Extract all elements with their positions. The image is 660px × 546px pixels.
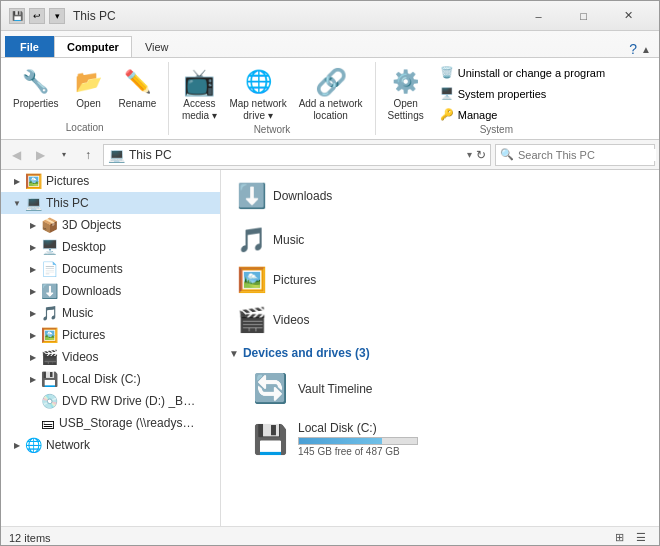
devices-section-header: ▼ Devices and drives (3) — [229, 346, 651, 360]
sidebar-item-network[interactable]: ▶ 🌐 Network — [1, 434, 220, 456]
collapse-ribbon-icon[interactable]: ▲ — [641, 44, 651, 55]
sidebar-item-downloads[interactable]: ▶ ⬇️ Downloads — [1, 280, 220, 302]
address-dropdown-icon[interactable]: ▾ — [467, 149, 472, 160]
sidebar: ▶ 🖼️ Pictures ▼ 💻 This PC ▶ 📦 3D Objects… — [1, 170, 221, 526]
vault-info: Vault Timeline — [298, 382, 643, 396]
properties-icon: 🔧 — [20, 66, 52, 98]
pictures-icon: 🖼️ — [41, 327, 58, 343]
ribbon: File Computer View ? ▲ 🔧 Properties 📂 Op… — [1, 31, 659, 140]
nav-arrows: ◀ ▶ ▾ ↑ — [5, 144, 99, 166]
sidebar-item-this-pc[interactable]: ▼ 💻 This PC — [1, 192, 220, 214]
devices-expand-icon[interactable]: ▼ — [229, 348, 239, 359]
tab-file[interactable]: File — [5, 36, 54, 57]
list-view-button[interactable]: ☰ — [631, 530, 651, 546]
videos-sidebar-label: Videos — [62, 350, 98, 364]
title-bar-controls: – □ ✕ — [516, 1, 651, 31]
rename-icon: ✏️ — [121, 66, 153, 98]
open-settings-button[interactable]: ⚙️ OpenSettings — [384, 64, 428, 124]
content-item-videos[interactable]: 🎬 Videos — [229, 302, 389, 338]
expand-pictures-top: ▶ — [9, 173, 25, 189]
tab-view[interactable]: View — [132, 36, 182, 57]
back-button[interactable]: ◀ — [5, 144, 27, 166]
up-button[interactable]: ↑ — [77, 144, 99, 166]
music-sidebar-label: Music — [62, 306, 93, 320]
uninstall-button[interactable]: 🗑️ Uninstall or change a program — [436, 64, 609, 81]
recent-locations-button[interactable]: ▾ — [53, 144, 75, 166]
network-label: Network — [46, 438, 90, 452]
manage-label: Manage — [458, 109, 498, 121]
grid-view-button[interactable]: ⊞ — [609, 530, 629, 546]
close-button[interactable]: ✕ — [606, 1, 651, 31]
expand-usb — [25, 415, 41, 431]
maximize-button[interactable]: □ — [561, 1, 606, 31]
map-network-label: Map networkdrive ▾ — [229, 98, 286, 122]
system-properties-button[interactable]: 🖥️ System properties — [436, 85, 609, 102]
sidebar-item-music[interactable]: ▶ 🎵 Music — [1, 302, 220, 324]
tab-computer[interactable]: Computer — [54, 36, 132, 57]
drive-bar-fill — [299, 438, 382, 444]
uninstall-icon: 🗑️ — [440, 66, 454, 79]
rename-button[interactable]: ✏️ Rename — [115, 64, 161, 112]
address-path: This PC — [129, 148, 463, 162]
title-bar: 💾 ↩ ▾ This PC – □ ✕ — [1, 1, 659, 31]
dropdown-icon[interactable]: ▾ — [49, 8, 65, 24]
system-properties-icon: 🖥️ — [440, 87, 454, 100]
expand-this-pc: ▼ — [9, 195, 25, 211]
content-item-pictures[interactable]: 🖼️ Pictures — [229, 262, 389, 298]
drive-bar-background — [298, 437, 418, 445]
access-media-label: Accessmedia ▾ — [182, 98, 217, 122]
pictures-content-icon: 🖼️ — [237, 266, 267, 294]
ribbon-group-location: 🔧 Properties 📂 Open ✏️ Rename Location — [1, 62, 169, 135]
pictures-top-icon: 🖼️ — [25, 173, 42, 189]
videos-content-label: Videos — [273, 313, 309, 327]
usb-icon: 🖴 — [41, 415, 55, 431]
this-pc-icon: 💻 — [25, 195, 42, 211]
address-bar[interactable]: 💻 This PC ▾ ↻ — [103, 144, 491, 166]
help-icon[interactable]: ? — [629, 41, 637, 57]
network-buttons: 📺 Accessmedia ▾ 🌐 Map networkdrive ▾ 🔗 A… — [177, 64, 366, 124]
music-content-label: Music — [273, 233, 304, 247]
sidebar-item-usb[interactable]: 🖴 USB_Storage (\\readyshare) — [1, 412, 220, 434]
sidebar-item-dvd-drive[interactable]: 💿 DVD RW Drive (D:) _BGMC_V — [1, 390, 220, 412]
desktop-label: Desktop — [62, 240, 106, 254]
quick-access-icon[interactable]: 💾 — [9, 8, 25, 24]
system-group-label: System — [480, 124, 513, 135]
refresh-icon[interactable]: ↻ — [476, 148, 486, 162]
rename-label: Rename — [119, 98, 157, 110]
expand-music: ▶ — [25, 305, 41, 321]
sidebar-item-documents[interactable]: ▶ 📄 Documents — [1, 258, 220, 280]
content-item-downloads-partial[interactable]: ⬇️ Downloads — [229, 178, 389, 214]
drive-space-label: 145 GB free of 487 GB — [298, 446, 643, 457]
ribbon-group-system: ⚙️ OpenSettings 🗑️ Uninstall or change a… — [376, 62, 618, 135]
sidebar-item-3d-objects[interactable]: ▶ 📦 3D Objects — [1, 214, 220, 236]
content-item-local-disk[interactable]: 💾 Local Disk (C:) 145 GB free of 487 GB — [245, 415, 651, 463]
settings-icon: ⚙️ — [390, 66, 422, 98]
access-media-button[interactable]: 📺 Accessmedia ▾ — [177, 64, 221, 124]
ribbon-group-network: 📺 Accessmedia ▾ 🌐 Map networkdrive ▾ 🔗 A… — [169, 62, 375, 135]
open-button[interactable]: 📂 Open — [67, 64, 111, 112]
add-network-icon: 🔗 — [315, 66, 347, 98]
videos-sidebar-icon: 🎬 — [41, 349, 58, 365]
sidebar-item-pictures-top[interactable]: ▶ 🖼️ Pictures — [1, 170, 220, 192]
view-controls: ⊞ ☰ — [609, 530, 651, 546]
minimize-button[interactable]: – — [516, 1, 561, 31]
properties-button[interactable]: 🔧 Properties — [9, 64, 63, 112]
sidebar-item-local-disk-c[interactable]: ▶ 💾 Local Disk (C:) — [1, 368, 220, 390]
uninstall-label: Uninstall or change a program — [458, 67, 605, 79]
expand-c-drive: ▶ — [25, 371, 41, 387]
sidebar-item-pictures[interactable]: ▶ 🖼️ Pictures — [1, 324, 220, 346]
undo-icon[interactable]: ↩ — [29, 8, 45, 24]
open-icon: 📂 — [73, 66, 105, 98]
manage-button[interactable]: 🔑 Manage — [436, 106, 609, 123]
search-bar[interactable]: 🔍 — [495, 144, 655, 166]
sidebar-item-desktop[interactable]: ▶ 🖥️ Desktop — [1, 236, 220, 258]
sidebar-item-videos[interactable]: ▶ 🎬 Videos — [1, 346, 220, 368]
add-network-label: Add a networklocation — [299, 98, 363, 122]
search-input[interactable] — [518, 149, 656, 161]
map-network-button[interactable]: 🌐 Map networkdrive ▾ — [225, 64, 290, 124]
forward-button[interactable]: ▶ — [29, 144, 51, 166]
add-network-button[interactable]: 🔗 Add a networklocation — [295, 64, 367, 124]
content-item-vault[interactable]: 🔄 Vault Timeline — [245, 366, 651, 411]
expand-videos: ▶ — [25, 349, 41, 365]
content-item-music[interactable]: 🎵 Music — [229, 222, 389, 258]
